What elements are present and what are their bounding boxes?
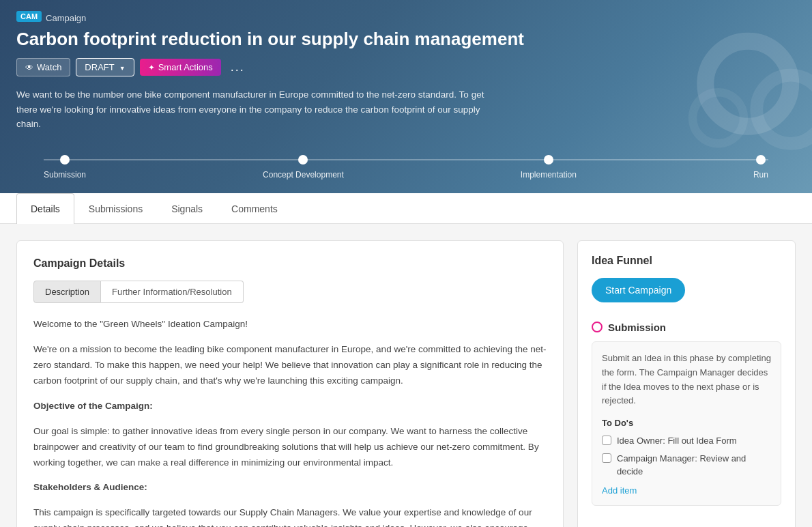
tabs-section: Details Submissions Signals Comments [0,193,812,224]
idea-funnel-title: Idea Funnel [592,255,781,267]
phase-dot [592,322,603,332]
description-para-2: We're on a mission to become the leading… [33,342,547,389]
description-para-5: Stakeholders & Audience: [33,480,547,496]
campaign-details-title: Campaign Details [33,257,547,270]
main-tabs: Details Submissions Signals Comments [16,193,796,223]
eye-icon [25,62,33,72]
phase-name: Submission [608,322,666,333]
watch-button[interactable]: Watch [16,58,70,76]
draft-button[interactable]: DRAFT [76,58,134,76]
start-campaign-button[interactable]: Start Campaign [592,278,685,302]
tab-signals[interactable]: Signals [157,193,217,224]
cam-badge: CAM [16,11,42,22]
description-para-1: Welcome to the "Green Wheels" Ideation C… [33,317,547,332]
smart-icon [148,62,155,72]
step-label-submission: Submission [44,170,86,180]
progress-dots: Submission Concept Development Implement… [44,160,768,180]
todo-checkbox-1[interactable] [602,436,611,445]
tab-details[interactable]: Details [16,193,74,224]
hero-section: CAM Campaign Carbon footprint reduction … [0,0,812,193]
phase-card: Submit an Idea in this phase by completi… [592,341,781,506]
tab-comments[interactable]: Comments [217,193,292,224]
campaign-details-panel: Campaign Details Description Further Inf… [16,240,564,527]
phase-description: Submit an Idea in this phase by completi… [602,352,771,408]
progress-step-run: Run [753,160,768,180]
chevron-down-icon [118,62,126,72]
sub-tabs: Description Further Information/Resoluti… [33,281,547,303]
step-label-concept: Concept Development [263,170,344,180]
funnel-phase-submission: Submission Submit an Idea in this phase … [592,322,781,506]
hero-description: We want to be the number one bike compon… [16,87,494,132]
description-para-3: Objective of the Campaign: [33,399,547,414]
description-para-6: This campaign is specifically targeted t… [33,505,547,527]
phase-header: Submission [592,322,781,333]
hero-actions: Watch DRAFT Smart Actions ... [16,58,796,76]
step-label-run: Run [753,170,768,180]
step-dot [298,155,308,165]
sub-tab-further-info[interactable]: Further Information/Resolution [101,281,244,303]
step-dot [544,155,553,165]
step-dot [60,155,70,165]
main-content: Campaign Details Description Further Inf… [0,224,812,527]
more-options-button[interactable]: ... [227,59,249,76]
progress-step-submission: Submission [44,160,86,180]
todos-title: To Do's [602,418,771,428]
page-title: Carbon footprint reduction in our supply… [16,29,796,50]
progress-section: Submission Concept Development Implement… [16,148,796,193]
todo-checkbox-2[interactable] [602,453,611,463]
idea-funnel-panel: Idea Funnel Start Campaign Submission Su… [577,240,796,527]
todo-text-2: Campaign Manager: Review and decide [617,453,771,477]
smart-actions-button[interactable]: Smart Actions [140,59,221,76]
step-dot [756,155,766,165]
description-content: Welcome to the "Green Wheels" Ideation C… [33,317,547,527]
add-item-link[interactable]: Add item [602,485,637,496]
description-para-4: Our goal is simple: to gather innovative… [33,424,547,471]
step-label-implementation: Implementation [521,170,577,180]
progress-step-concept: Concept Development [263,160,344,180]
todo-text-1: Idea Owner: Fill out Idea Form [617,435,737,447]
todo-item-2: Campaign Manager: Review and decide [602,453,771,477]
sub-tab-description[interactable]: Description [33,281,101,303]
campaign-label: Campaign [46,13,86,23]
tab-submissions[interactable]: Submissions [74,193,157,224]
progress-step-implementation: Implementation [521,160,577,180]
todo-item-1: Idea Owner: Fill out Idea Form [602,435,771,447]
